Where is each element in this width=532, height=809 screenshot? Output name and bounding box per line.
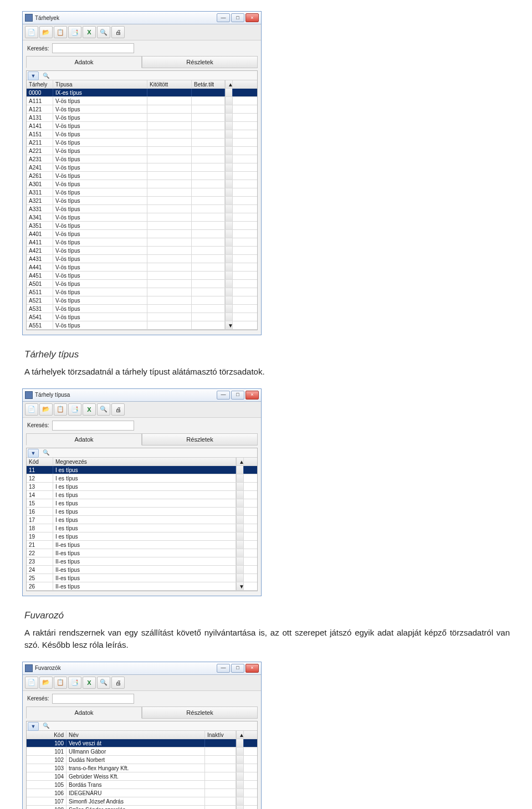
scrollbar-track[interactable] xyxy=(236,566,244,574)
tab-reszletek[interactable]: Részletek xyxy=(142,706,258,719)
scrollbar-track[interactable] xyxy=(225,305,233,313)
scrollbar-track[interactable] xyxy=(225,230,233,238)
scrollbar-track[interactable] xyxy=(225,97,233,105)
table-row[interactable]: 11I es típus xyxy=(27,466,257,474)
toolbar-search-icon[interactable]: 🔍 xyxy=(97,26,110,38)
col-kod[interactable]: Kód xyxy=(27,731,66,739)
scrollbar-track[interactable] xyxy=(225,247,233,254)
scrollbar-track[interactable] xyxy=(236,483,244,490)
search-input[interactable] xyxy=(52,694,134,704)
table-row[interactable]: A551V-ös típus▼ xyxy=(27,321,257,330)
scrollbar-track[interactable] xyxy=(236,781,244,788)
table-row[interactable]: 26II-es típus▼ xyxy=(27,582,257,591)
table-row[interactable]: A401V-ös típus xyxy=(27,230,257,238)
table-row[interactable]: A301V-ös típus xyxy=(27,180,257,188)
scroll-up-icon[interactable]: ▲ xyxy=(225,80,233,88)
table-row[interactable]: 100Vevő veszi át xyxy=(27,739,257,747)
table-row[interactable]: A261V-ös típus xyxy=(27,172,257,180)
scrollbar-track[interactable] xyxy=(225,288,233,296)
scrollbar-track[interactable] xyxy=(236,508,244,515)
table-row[interactable]: 22II-es típus xyxy=(27,549,257,557)
table-row[interactable]: 106IDEGENÁRU xyxy=(27,789,257,797)
scrollbar-track[interactable] xyxy=(225,213,233,221)
close-button[interactable]: × xyxy=(245,391,259,400)
scrollbar-track[interactable] xyxy=(225,147,233,155)
toolbar-copy-icon[interactable]: 📋 xyxy=(54,26,67,38)
table-row[interactable]: 12I es típus xyxy=(27,474,257,483)
col-nev[interactable]: Név xyxy=(66,731,205,739)
scrollbar-track[interactable] xyxy=(225,296,233,304)
table-row[interactable]: 0000IX-es típus xyxy=(27,89,257,97)
scrollbar-track[interactable] xyxy=(236,466,244,474)
toolbar-paste-icon[interactable]: 📑 xyxy=(68,403,81,416)
scrollbar-track[interactable] xyxy=(225,205,233,213)
table-row[interactable]: A541V-ös típus xyxy=(27,313,257,321)
titlebar[interactable]: Tárhelyek — □ × xyxy=(23,12,261,24)
scrollbar-track[interactable] xyxy=(236,789,244,797)
toolbar-paste-icon[interactable]: 📑 xyxy=(68,677,81,689)
scrollbar-track[interactable] xyxy=(236,797,244,805)
maximize-button[interactable]: □ xyxy=(231,13,244,22)
scrollbar-track[interactable] xyxy=(236,574,244,582)
toolbar-excel-icon[interactable]: X xyxy=(83,26,96,38)
table-row[interactable]: A411V-ös típus xyxy=(27,238,257,247)
col-tipusa[interactable]: Típusa xyxy=(53,80,147,88)
table-row[interactable]: A121V-ös típus xyxy=(27,105,257,114)
toolbar-open-icon[interactable]: 📂 xyxy=(39,26,53,38)
tab-reszletek[interactable]: Részletek xyxy=(142,433,258,446)
table-row[interactable]: A511V-ös típus xyxy=(27,288,257,296)
col-megnevezes[interactable]: Megnevezés xyxy=(53,458,236,465)
data-grid[interactable]: ▼ 🔍 Kód Megnevezés ▲ 11I es típus12I es … xyxy=(26,448,258,591)
filter-button[interactable]: ▼ xyxy=(28,71,39,80)
table-row[interactable]: A311V-ös típus xyxy=(27,188,257,197)
toolbar-print-icon[interactable]: 🖨 xyxy=(111,26,125,38)
scroll-up-icon[interactable]: ▲ xyxy=(236,458,244,465)
toolbar-excel-icon[interactable]: X xyxy=(83,403,96,416)
table-row[interactable]: A221V-ös típus xyxy=(27,147,257,155)
scrollbar-track[interactable] xyxy=(236,532,244,540)
table-row[interactable]: 16I es típus xyxy=(27,508,257,516)
search-input[interactable] xyxy=(52,421,134,431)
table-row[interactable]: 104Gebrüder Weiss Kft. xyxy=(27,772,257,781)
table-row[interactable]: A111V-ös típus xyxy=(27,97,257,105)
toolbar-search-icon[interactable]: 🔍 xyxy=(97,677,110,689)
scrollbar-track[interactable] xyxy=(236,747,244,755)
scrollbar-track[interactable] xyxy=(225,272,233,279)
scrollbar-track[interactable] xyxy=(225,188,233,196)
scrollbar-track[interactable] xyxy=(236,764,244,772)
titlebar[interactable]: Tárhely típusa — □ × xyxy=(23,389,261,402)
table-row[interactable]: A521V-ös típus xyxy=(27,296,257,305)
data-grid[interactable]: ▼ 🔍 Kód Név Inaktív ▲ 100Vevő veszi át10… xyxy=(26,721,258,810)
toolbar-copy-icon[interactable]: 📋 xyxy=(54,403,67,416)
col-kod[interactable]: Kód xyxy=(27,458,53,465)
scrollbar-track[interactable]: ▼ xyxy=(236,582,244,590)
scrollbar-track[interactable] xyxy=(225,197,233,204)
scrollbar-track[interactable] xyxy=(225,280,233,288)
scrollbar-track[interactable] xyxy=(236,516,244,524)
scrollbar-track[interactable] xyxy=(225,89,233,96)
scrollbar-track[interactable] xyxy=(225,155,233,163)
scrollbar-track[interactable] xyxy=(225,255,233,263)
scrollbar-track[interactable] xyxy=(225,139,233,146)
scrollbar-track[interactable] xyxy=(225,130,233,138)
table-row[interactable]: 108Szűcs Sándor szerelés xyxy=(27,806,257,810)
scrollbar-track[interactable] xyxy=(225,180,233,188)
table-row[interactable]: A231V-ös típus xyxy=(27,155,257,163)
scrollbar-track[interactable] xyxy=(225,263,233,271)
table-row[interactable]: A351V-ös típus xyxy=(27,222,257,230)
scrollbar-track[interactable] xyxy=(236,491,244,499)
maximize-button[interactable]: □ xyxy=(231,391,244,400)
table-row[interactable]: A131V-ös típus xyxy=(27,114,257,122)
tab-adatok[interactable]: Adatok xyxy=(26,433,142,446)
minimize-button[interactable]: — xyxy=(217,13,230,22)
scrollbar-track[interactable] xyxy=(236,806,244,810)
table-row[interactable]: 105Bordás Trans xyxy=(27,781,257,789)
scrollbar-track[interactable] xyxy=(236,739,244,747)
scrollbar-track[interactable] xyxy=(236,756,244,764)
table-row[interactable]: A331V-ös típus xyxy=(27,205,257,213)
scrollbar-track[interactable] xyxy=(236,772,244,780)
filter-button[interactable]: ▼ xyxy=(28,449,39,458)
search-input[interactable] xyxy=(52,43,134,53)
scrollbar-track[interactable] xyxy=(225,105,233,113)
table-row[interactable]: 102Dudás Norbert xyxy=(27,756,257,764)
